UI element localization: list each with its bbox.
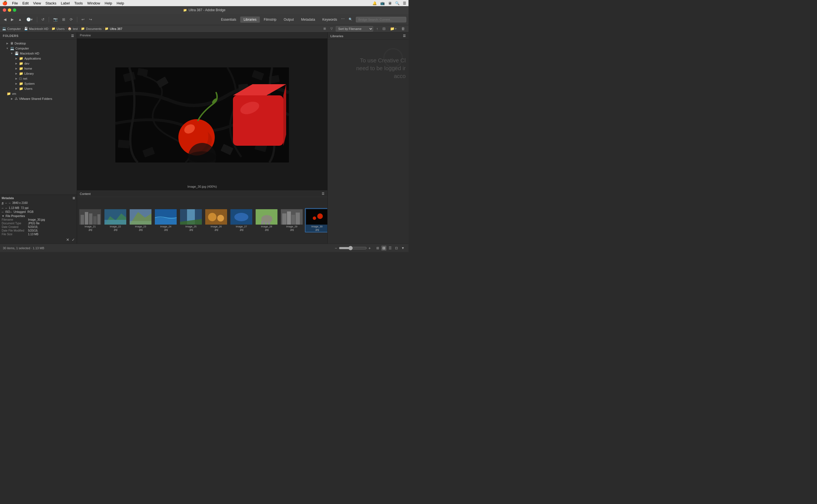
notification-icon[interactable]: 🔔	[372, 1, 377, 5]
breadcrumb-controls: ⊞ ▽ Sort by Filename Sort by Date Create…	[322, 26, 406, 32]
menu-file[interactable]: Edit	[22, 1, 29, 5]
libraries-panel-header: Libraries ☰	[328, 32, 408, 40]
breadcrumb-sep-2: ›	[50, 27, 50, 30]
new-folder-button[interactable]: 📁+	[389, 26, 398, 32]
tree-item-vmware[interactable]: ▶ 🖧 VMware Shared Folders	[0, 96, 77, 101]
breadcrumb-macintosh[interactable]: Macintosh HD	[29, 27, 48, 30]
file-properties-section[interactable]: ▼ File Properties	[2, 215, 75, 218]
view-filmstrip-button[interactable]: ⊟	[381, 246, 386, 251]
rotate-left-button[interactable]: ↺	[40, 17, 46, 22]
svg-rect-22	[81, 215, 84, 225]
breadcrumb-documents[interactable]: Documents	[86, 27, 102, 30]
meta-dash2: --	[5, 206, 7, 209]
view-mode-button[interactable]: ⊞	[322, 26, 327, 31]
tree-item-applications[interactable]: ▶ 📁 Applications	[0, 56, 77, 61]
menu-edit[interactable]: View	[33, 1, 41, 5]
tree-item-desktop[interactable]: ▶ 🖥 Desktop	[0, 41, 77, 46]
breadcrumb-computer[interactable]: Computer	[7, 27, 21, 30]
thumbnail-28[interactable]: Image_28.jpg	[255, 208, 279, 232]
thumbnail-26[interactable]: Image_26.jpg	[204, 208, 228, 232]
delete-button[interactable]: 🗑	[400, 26, 406, 32]
thumbnail-24[interactable]: Image_24.jpg	[154, 208, 178, 232]
tree-item-vm[interactable]: 📁 vm	[0, 91, 77, 96]
close-button[interactable]	[3, 8, 6, 12]
menu-tools[interactable]: Window	[87, 1, 100, 5]
zoom-in-button[interactable]: +	[368, 246, 371, 250]
undo-button[interactable]: ↩	[80, 17, 86, 22]
libraries-menu-icon[interactable]: ☰	[403, 34, 406, 38]
thumbnail-30[interactable]: Image_30.jpg	[305, 208, 327, 232]
tab-metadata[interactable]: Metadata	[298, 17, 318, 23]
back-button[interactable]: ◀	[2, 17, 8, 22]
history-dropdown-button[interactable]: 🕐▾	[25, 17, 34, 22]
search-icon[interactable]: 🔍	[395, 1, 400, 5]
folder-icon: 📁	[183, 8, 187, 12]
thumb-label-25: Image_25.jpg	[185, 225, 196, 231]
camera-button[interactable]: 📷	[52, 17, 59, 22]
redo-button[interactable]: ↪	[88, 17, 93, 22]
tree-item-macintosh[interactable]: ▼ 💾 Macintosh HD	[0, 51, 77, 56]
metadata-cancel-button[interactable]: ✕	[66, 237, 69, 242]
tree-item-users[interactable]: ▶ 📁 Users	[0, 86, 77, 91]
svg-rect-24	[89, 213, 92, 225]
apple-menu[interactable]: 🍎	[2, 1, 8, 6]
batch-rename-button[interactable]: ⊟	[381, 26, 387, 32]
view-list-button[interactable]: ☰	[388, 246, 393, 251]
thumbnail-21[interactable]: Image_21.jpg	[78, 208, 102, 232]
tree-item-net[interactable]: ▶ ⊡ net	[0, 76, 77, 81]
menu-bridge[interactable]: File	[12, 1, 18, 5]
tree-label-home: home	[24, 67, 32, 70]
thumbnails-strip[interactable]: Image_21.jpg Image_22.jpg Image_23.jpg	[77, 197, 327, 244]
airplay-icon[interactable]: 📺	[380, 1, 385, 5]
svg-rect-5	[118, 140, 130, 148]
refresh-button[interactable]: ⟳	[68, 17, 74, 22]
tab-libraries[interactable]: Libraries	[240, 17, 260, 23]
breadcrumb-ultra387[interactable]: Ultra 387	[110, 27, 122, 30]
view-details-button[interactable]: ⊡	[394, 246, 399, 251]
copy-button[interactable]: ⊞	[61, 17, 67, 22]
filter-button[interactable]: ▽	[329, 26, 334, 31]
maximize-button[interactable]	[13, 8, 16, 12]
thumbnail-27[interactable]: Image_27.jpg	[229, 208, 254, 232]
thumbnail-25[interactable]: Image_25.jpg	[179, 208, 203, 232]
view-grid-button[interactable]: ⊞	[375, 246, 380, 251]
breadcrumb-users[interactable]: Users	[57, 27, 65, 30]
screen-icon[interactable]: 🖥	[388, 1, 392, 5]
tree-item-computer[interactable]: ▼ 💻 Computer	[0, 46, 77, 51]
menu-stacks[interactable]: Label	[61, 1, 70, 5]
thumb-img-24	[155, 209, 177, 225]
menu-window[interactable]: Help	[105, 1, 112, 5]
thumbnail-23[interactable]: Image_23.jpg	[128, 208, 152, 232]
tab-filmstrip[interactable]: Filmstrip	[261, 17, 280, 23]
thumb-label-22: Image_22.jpg	[110, 225, 121, 231]
menu-view[interactable]: Stacks	[45, 1, 56, 5]
tab-output[interactable]: Output	[280, 17, 297, 23]
folders-menu-icon[interactable]: ☰	[71, 34, 74, 38]
zoom-out-button[interactable]: −	[335, 246, 337, 250]
tab-keywords[interactable]: Keywords	[319, 17, 341, 23]
thumb-label-28: Image_28.jpg	[261, 225, 272, 231]
metadata-confirm-button[interactable]: ✓	[72, 237, 75, 242]
tree-item-library[interactable]: ▶ 📁 Library	[0, 71, 77, 76]
tree-item-home[interactable]: ▶ 📁 home	[0, 66, 77, 71]
minimize-button[interactable]	[8, 8, 11, 12]
search-input[interactable]	[356, 17, 406, 22]
menu-label[interactable]: Tools	[74, 1, 83, 5]
thumbnail-29[interactable]: Image_29.jpg	[280, 208, 304, 232]
content-menu-icon[interactable]: ☰	[322, 192, 325, 196]
tree-item-system[interactable]: ▶ 📁 System	[0, 81, 77, 86]
menu-help[interactable]: Help	[117, 1, 124, 5]
breadcrumb-test[interactable]: test	[73, 27, 78, 30]
tree-item-dev[interactable]: ▶ 📁 dev	[0, 61, 77, 66]
zoom-slider[interactable]	[339, 246, 367, 250]
list-icon[interactable]: ☰	[403, 1, 406, 5]
sort-direction-button[interactable]: ↑	[375, 26, 380, 32]
metadata-menu-icon[interactable]: ☰	[72, 197, 75, 200]
tab-essentials[interactable]: Essentials	[218, 17, 240, 23]
thumbnail-22[interactable]: Image_22.jpg	[103, 208, 127, 232]
forward-button[interactable]: ▶	[10, 17, 15, 22]
sort-select[interactable]: Sort by Filename Sort by Date Created So…	[336, 26, 373, 32]
up-button[interactable]: ▲	[17, 17, 23, 22]
view-more-button[interactable]: ▼	[400, 246, 406, 251]
more-workspaces-button[interactable]: ⋯	[341, 17, 345, 23]
